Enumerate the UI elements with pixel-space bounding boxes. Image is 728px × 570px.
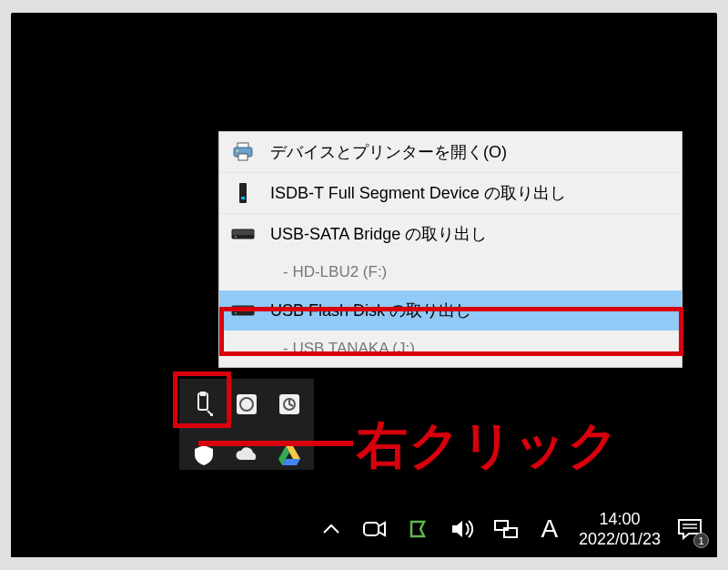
- taskbar: A 14:00 2022/01/23 1: [11, 501, 717, 557]
- svg-point-11: [235, 312, 237, 314]
- tray-app2-icon[interactable]: [275, 388, 305, 421]
- clock-time: 14:00: [599, 509, 640, 530]
- menu-subitem-label: - HD-LBU2 (F:): [283, 263, 387, 281]
- svg-point-2: [237, 150, 238, 152]
- tray-chevron-icon[interactable]: [317, 514, 346, 544]
- drive-icon: [230, 298, 256, 323]
- svg-rect-21: [364, 523, 379, 535]
- svg-rect-13: [200, 392, 206, 396]
- svg-rect-5: [241, 197, 245, 199]
- app-green-icon[interactable]: [404, 514, 433, 544]
- menu-item-label: デバイスとプリンターを開く(O): [270, 141, 507, 163]
- eject-context-menu: デバイスとプリンターを開く(O) ISDB-T Full Segment Dev…: [218, 131, 682, 368]
- printer-icon: [230, 139, 256, 165]
- action-center-icon[interactable]: 1: [675, 514, 704, 544]
- svg-rect-4: [239, 183, 247, 203]
- menu-item-eject-usbsata[interactable]: USB-SATA Bridge の取り出し: [219, 213, 682, 254]
- svg-point-8: [235, 236, 237, 238]
- menu-subitem-hdlbu2[interactable]: - HD-LBU2 (F:): [219, 254, 682, 290]
- menu-item-open-devices[interactable]: デバイスとプリンターを開く(O): [219, 132, 682, 172]
- tray-app-icon[interactable]: [231, 388, 261, 421]
- desktop: デバイスとプリンターを開く(O) ISDB-T Full Segment Dev…: [11, 13, 717, 557]
- drive-icon: [230, 221, 256, 247]
- tray-overflow-popup: [179, 379, 314, 470]
- svg-rect-3: [238, 154, 248, 160]
- annotation-line: [198, 441, 353, 446]
- network-icon[interactable]: [491, 514, 521, 544]
- menu-item-eject-usbflash[interactable]: USB Flash Disk の取り出し: [219, 290, 682, 331]
- notification-badge: 1: [693, 533, 709, 548]
- taskbar-clock[interactable]: 14:00 2022/01/23: [579, 509, 661, 550]
- menu-item-eject-isdbt[interactable]: ISDB-T Full Segment Device の取り出し: [219, 172, 682, 213]
- ime-letter: A: [541, 514, 559, 544]
- menu-item-label: USB Flash Disk の取り出し: [270, 300, 471, 321]
- ime-indicator[interactable]: A: [535, 514, 564, 544]
- menu-item-label: ISDB-T Full Segment Device の取り出し: [270, 182, 566, 204]
- annotation-text: 右クリック: [357, 412, 620, 481]
- tuner-icon: [230, 180, 256, 206]
- menu-subitem-usbtanaka[interactable]: - USB TANAKA (J:): [219, 331, 682, 367]
- volume-icon[interactable]: [448, 514, 477, 544]
- meet-now-icon[interactable]: [360, 514, 389, 544]
- eject-usb-icon[interactable]: [188, 388, 218, 421]
- menu-subitem-label: - USB TANAKA (J:): [283, 340, 415, 358]
- clock-date: 2022/01/23: [579, 529, 661, 550]
- menu-item-label: USB-SATA Bridge の取り出し: [270, 223, 487, 245]
